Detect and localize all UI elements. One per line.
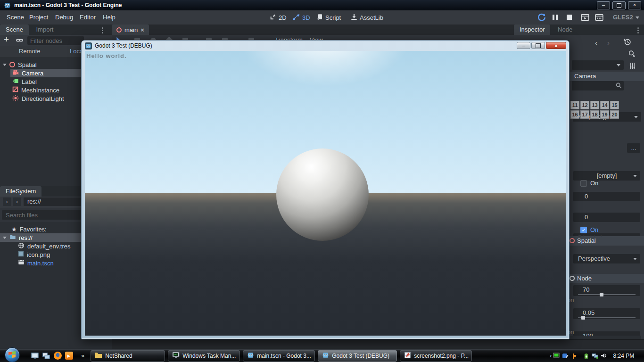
cull-layer-13[interactable]: 13 xyxy=(590,101,599,109)
tab-scene[interactable]: Scene xyxy=(0,25,29,35)
resource-dropdown[interactable] xyxy=(572,60,624,70)
pause-button[interactable] xyxy=(553,15,558,20)
tray-scheduler-icon[interactable] xyxy=(562,352,569,359)
cull-mask-grid[interactable]: 11 12 13 14 15 16 17 18 19 20 xyxy=(570,101,619,119)
tree-node-meshinstance[interactable]: MeshInstance xyxy=(12,86,59,94)
tab-import[interactable]: Import xyxy=(31,25,59,35)
history-icon[interactable] xyxy=(623,38,631,47)
window-maximize-button[interactable] xyxy=(612,1,626,9)
v-offset-field[interactable]: 0 xyxy=(573,213,640,222)
near-field[interactable]: 0.05 xyxy=(573,308,640,319)
file-default-env[interactable]: default_env.tres xyxy=(18,242,71,250)
game-window[interactable]: Godot 3 Test (DEBUG) – × Hello world. xyxy=(81,40,570,339)
stop-button[interactable] xyxy=(567,15,572,20)
workspace-3d-button[interactable]: 3D xyxy=(293,14,310,22)
filter-nodes-input[interactable] xyxy=(27,36,84,45)
tray-volume-icon[interactable] xyxy=(601,352,608,359)
history-back-button[interactable]: ‹ xyxy=(595,39,597,47)
tree-node-label-node[interactable]: Label xyxy=(12,77,37,86)
tray-overflow-chevron[interactable]: ‹ xyxy=(550,352,552,359)
cull-layer-18[interactable]: 18 xyxy=(590,110,599,119)
taskbar-clock[interactable]: 8:24 PM xyxy=(613,353,635,359)
cull-layer-14[interactable]: 14 xyxy=(600,101,609,109)
taskbar-button-godot-editor[interactable]: main.tscn - Godot 3... xyxy=(243,350,315,362)
favorites-row[interactable]: ★ Favorites: xyxy=(11,225,47,233)
projection-dropdown[interactable]: Perspective xyxy=(573,254,640,263)
game-minimize-button[interactable]: – xyxy=(517,42,530,49)
window-minimize-button[interactable]: – xyxy=(597,1,610,9)
fov-field[interactable]: 70 xyxy=(573,285,640,296)
menu-project[interactable]: Project xyxy=(27,10,50,25)
far-on-checkbox-row[interactable]: ✓ On xyxy=(580,226,598,233)
current-checkbox-row[interactable]: On xyxy=(580,180,598,187)
taskbar-button-godot-game[interactable]: Godot 3 Test (DEBUG) xyxy=(318,350,397,362)
tools-icon[interactable] xyxy=(629,62,636,71)
section-spatial[interactable]: Spatial xyxy=(566,236,644,246)
menu-scene[interactable]: Scene xyxy=(5,10,26,25)
scene-tab-main[interactable]: main × xyxy=(112,25,149,35)
cull-layer-19[interactable]: 19 xyxy=(600,110,609,119)
fs-forward-button[interactable]: › xyxy=(13,197,21,206)
game-close-button[interactable]: × xyxy=(546,42,566,49)
play-scene-button[interactable] xyxy=(581,13,589,23)
tab-inspector[interactable]: Inspector xyxy=(514,25,550,35)
file-icon-png[interactable]: icon.png xyxy=(18,250,50,259)
history-forward-button[interactable]: › xyxy=(607,39,610,47)
slider-knob[interactable] xyxy=(600,293,603,296)
taskbar-button-netshared[interactable]: NetShared xyxy=(91,350,165,362)
workspace-2d-button[interactable]: 2D xyxy=(270,14,287,22)
section-node[interactable]: Node xyxy=(566,274,644,283)
remote-toggle[interactable]: Remote xyxy=(19,48,41,55)
dock-menu-icon[interactable] xyxy=(102,26,103,34)
cull-layer-17[interactable]: 17 xyxy=(580,110,589,119)
renderer-select[interactable]: GLES2 xyxy=(613,14,633,21)
play-custom-scene-button[interactable] xyxy=(595,13,603,23)
game-maximize-button[interactable] xyxy=(531,42,545,49)
workspace-script-button[interactable]: Script xyxy=(317,14,341,22)
menu-debug[interactable]: Debug xyxy=(53,10,75,25)
cull-layer-11[interactable]: 11 xyxy=(570,101,579,109)
h-offset-field[interactable]: 0 xyxy=(573,192,640,201)
game-window-titlebar[interactable]: Godot 3 Test (DEBUG) – × xyxy=(82,41,569,51)
tray-security-icon[interactable] xyxy=(571,352,578,359)
instance-scene-button[interactable] xyxy=(16,37,23,45)
cull-layer-12[interactable]: 12 xyxy=(580,101,589,109)
cull-layer-16[interactable]: 16 xyxy=(570,110,579,119)
tab-node[interactable]: Node xyxy=(552,25,578,35)
tree-node-directionallight[interactable]: DirectionalLight xyxy=(12,94,64,103)
tray-power-icon[interactable] xyxy=(583,352,590,359)
play-restart-button[interactable] xyxy=(537,13,546,23)
add-node-button[interactable]: + xyxy=(4,34,9,45)
checkbox-checked-icon[interactable]: ✓ xyxy=(580,227,587,233)
tray-display-icon[interactable] xyxy=(553,352,560,359)
environment-dropdown[interactable]: [empty] xyxy=(573,171,640,181)
menu-editor[interactable]: Editor xyxy=(78,10,98,25)
firefox-icon[interactable] xyxy=(53,351,62,361)
collapse-icon[interactable] xyxy=(3,64,7,66)
window-close-button[interactable]: × xyxy=(628,1,641,9)
window-switcher-button[interactable] xyxy=(41,351,51,361)
collapse-icon[interactable] xyxy=(3,237,7,239)
file-main-tscn[interactable]: main.tscn xyxy=(18,259,54,267)
cull-more-button[interactable]: ... xyxy=(627,143,640,153)
show-desktop-button[interactable] xyxy=(30,351,40,361)
close-tab-icon[interactable]: × xyxy=(140,26,144,33)
workspace-assetlib-button[interactable]: AssetLib xyxy=(351,14,383,22)
section-camera[interactable]: Camera xyxy=(570,72,644,81)
slider-knob[interactable] xyxy=(581,316,585,320)
fs-back-button[interactable]: ‹ xyxy=(3,197,11,206)
quicklaunch-overflow-chevron[interactable]: » xyxy=(81,352,84,359)
dock-menu-icon[interactable] xyxy=(637,26,639,34)
menu-help[interactable]: Help xyxy=(101,10,117,25)
doc-search-icon[interactable] xyxy=(628,50,636,59)
tray-network-icon[interactable] xyxy=(592,352,599,359)
taskbar-button-taskmanager[interactable]: Windows Task Man... xyxy=(168,350,240,362)
cull-layer-20[interactable]: 20 xyxy=(610,110,619,119)
inspector-search-input[interactable] xyxy=(572,81,624,90)
cull-layer-15[interactable]: 15 xyxy=(610,101,619,109)
taskbar-button-paint[interactable]: screenshot2.png - P... xyxy=(400,350,472,362)
checkbox-unchecked-icon[interactable] xyxy=(580,180,587,187)
media-player-icon[interactable]: ▶ xyxy=(64,351,74,361)
start-button[interactable] xyxy=(5,347,20,362)
tab-filesystem[interactable]: FileSystem xyxy=(0,186,41,197)
